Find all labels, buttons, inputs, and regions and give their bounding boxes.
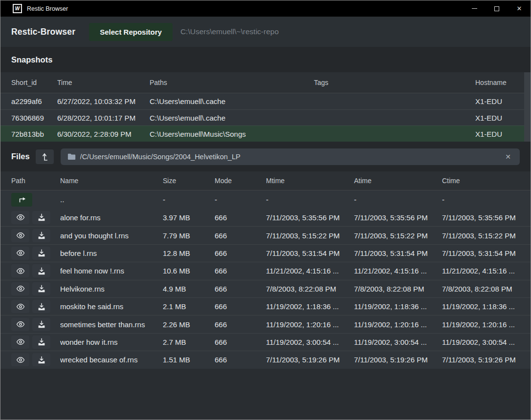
- file-ctime: 7/11/2003, 5:19:26 PM: [442, 356, 520, 364]
- snapshot-short-id: 76306869: [11, 114, 57, 122]
- restore-file-button[interactable]: [32, 264, 50, 277]
- file-name: alone for.rns: [60, 213, 163, 222]
- file-size: 1.51 MB: [163, 356, 215, 364]
- restore-file-button[interactable]: [32, 229, 50, 242]
- file-size: 2.26 MB: [163, 320, 215, 329]
- preview-file-button[interactable]: [11, 264, 29, 277]
- files-title: Files: [11, 152, 30, 161]
- file-mtime: 7/11/2003, 5:31:54 PM: [266, 249, 354, 257]
- files-header-row: Path Name Size Mode Mtime Atime Ctime: [0, 171, 531, 190]
- file-row: sometimes better than.rns 2.26 MB 666 11…: [0, 315, 531, 333]
- snapshot-row[interactable]: a2299af6 6/27/2022, 10:03:32 PM C:\Users…: [0, 93, 531, 109]
- path-input[interactable]: [80, 153, 499, 161]
- file-atime: 11/19/2002, 1:18:36 ...: [354, 302, 442, 311]
- file-atime: 7/11/2003, 5:19:26 PM: [354, 356, 442, 364]
- file-name: Helvikone.rns: [60, 285, 163, 293]
- file-mtime: 11/19/2002, 1:18:36 ...: [266, 302, 354, 311]
- go-to-parent-button[interactable]: [11, 193, 32, 207]
- preview-file-button[interactable]: [11, 318, 29, 331]
- col-tags: Tags: [314, 79, 475, 86]
- clear-path-button[interactable]: ✕: [503, 152, 513, 162]
- file-name: before l.rns: [60, 249, 163, 257]
- files-table: Path Name Size Mode Mtime Atime Ctime ..…: [0, 171, 531, 369]
- file-ctime: 7/11/2003, 5:35:56 PM: [442, 213, 520, 222]
- folder-icon: [67, 153, 76, 160]
- file-ctime: -: [442, 195, 520, 204]
- eye-icon: [16, 285, 25, 292]
- preview-file-button[interactable]: [11, 282, 29, 295]
- snapshots-title: Snapshots: [11, 55, 52, 64]
- file-mtime: 7/11/2003, 5:19:26 PM: [266, 356, 354, 364]
- download-icon: [38, 249, 45, 257]
- file-ctime: 11/19/2002, 1:18:36 ...: [442, 302, 520, 311]
- file-size: 4.9 MB: [163, 285, 215, 293]
- file-mtime: -: [266, 195, 354, 204]
- file-mtime: 11/19/2002, 3:00:54 ...: [266, 338, 354, 346]
- eye-icon: [16, 232, 25, 239]
- preview-file-button[interactable]: [11, 300, 29, 313]
- snapshots-scrollbar[interactable]: [524, 72, 531, 142]
- file-rows-container: alone for.rns 3.97 MB 666 7/11/2003, 5:3…: [0, 209, 531, 369]
- snapshot-short-id: a2299af6: [11, 97, 57, 105]
- file-mtime: 7/11/2003, 5:35:56 PM: [266, 213, 354, 222]
- restore-file-button[interactable]: [32, 300, 50, 313]
- file-mode: 666: [215, 356, 266, 364]
- file-name: feel home now !.rns: [60, 267, 163, 275]
- snapshots-header-row: Short_id Time Paths Tags Hostname: [0, 72, 531, 93]
- col-time: Time: [57, 79, 150, 86]
- file-atime: 11/19/2002, 1:20:16 ...: [354, 320, 442, 329]
- preview-file-button[interactable]: [11, 247, 29, 260]
- minimize-button[interactable]: [463, 0, 486, 17]
- file-size: 10.6 MB: [163, 267, 215, 275]
- snapshot-paths: C:\Users\emuell\Music\Songs: [150, 130, 314, 138]
- file-row: and you thought l.rns 7.79 MB 666 7/11/2…: [0, 226, 531, 244]
- download-icon: [38, 356, 45, 364]
- file-atime: 7/11/2003, 5:15:22 PM: [354, 231, 442, 240]
- restore-file-button[interactable]: [32, 282, 50, 295]
- snapshot-paths: C:\Users\emuell\.cache: [150, 97, 314, 105]
- download-icon: [38, 267, 45, 275]
- level-up-icon: [41, 152, 48, 161]
- preview-file-button[interactable]: [11, 353, 29, 366]
- file-mode: 666: [215, 338, 266, 346]
- file-row: Helvikone.rns 4.9 MB 666 7/8/2003, 8:22:…: [0, 280, 531, 297]
- preview-file-button[interactable]: [11, 229, 29, 242]
- app-window: W Restic Browser ✕ Restic-Browser Select…: [0, 0, 531, 420]
- restore-file-button[interactable]: [32, 318, 50, 331]
- restore-file-button[interactable]: [32, 247, 50, 260]
- col-paths: Paths: [150, 79, 314, 86]
- close-button[interactable]: ✕: [508, 0, 531, 17]
- file-mode: -: [215, 195, 266, 204]
- file-atime: 7/11/2003, 5:31:54 PM: [354, 249, 442, 257]
- file-row: wrecked because of.rns 1.51 MB 666 7/11/…: [0, 351, 531, 368]
- file-size: 2.1 MB: [163, 302, 215, 311]
- file-mtime: 11/21/2002, 4:15:16 ...: [266, 267, 354, 275]
- snapshot-row[interactable]: 76306869 6/28/2022, 10:01:17 PM C:\Users…: [0, 109, 531, 126]
- level-up-button[interactable]: [36, 149, 54, 164]
- download-icon: [38, 285, 45, 293]
- preview-file-button[interactable]: [11, 211, 29, 224]
- file-atime: 7/11/2003, 5:35:56 PM: [354, 213, 442, 222]
- col-atime: Atime: [354, 177, 442, 185]
- eye-icon: [16, 214, 25, 221]
- file-mode: 666: [215, 285, 266, 293]
- col-short-id: Short_id: [11, 79, 57, 86]
- snapshot-row-selected[interactable]: 72b813bb 6/30/2022, 2:28:09 PM C:\Users\…: [0, 126, 531, 142]
- file-row: wonder how it.rns 2.7 MB 666 11/19/2002,…: [0, 333, 531, 351]
- col-hostname: Hostname: [475, 79, 520, 86]
- file-ctime: 11/19/2002, 3:00:54 ...: [442, 338, 520, 346]
- restore-file-button[interactable]: [32, 336, 50, 349]
- file-name: and you thought l.rns: [60, 231, 163, 240]
- snapshot-hostname: X1-EDU: [475, 97, 520, 105]
- titlebar: W Restic Browser ✕: [0, 0, 531, 17]
- snapshot-hostname: X1-EDU: [475, 130, 520, 138]
- file-mtime: 7/11/2003, 5:15:22 PM: [266, 231, 354, 240]
- select-repository-button[interactable]: Select Repository: [89, 23, 173, 41]
- preview-file-button[interactable]: [11, 336, 29, 349]
- restore-file-button[interactable]: [32, 211, 50, 224]
- eye-icon: [16, 250, 25, 256]
- maximize-button[interactable]: [486, 0, 508, 17]
- file-atime: 7/8/2003, 8:22:08 PM: [354, 285, 442, 293]
- current-path-field[interactable]: ✕: [61, 148, 520, 165]
- restore-file-button[interactable]: [32, 353, 50, 366]
